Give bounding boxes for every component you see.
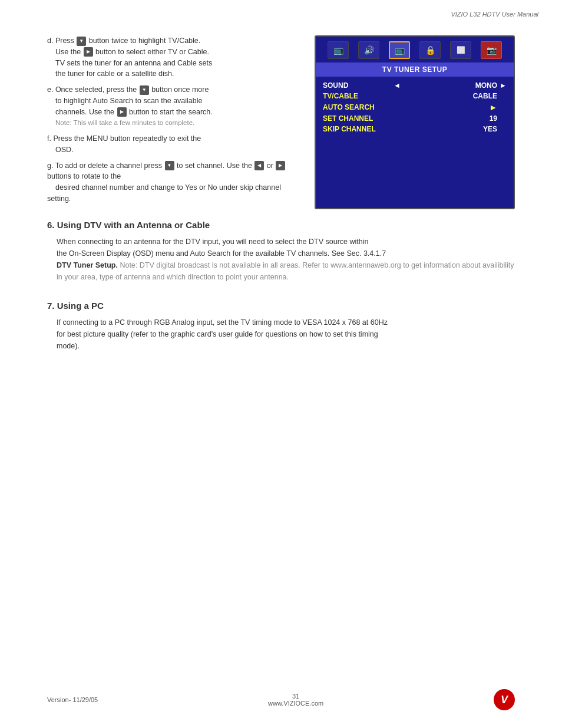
step-d-text2: Use the: [47, 48, 83, 56]
osd-camera-box: 📷: [481, 41, 502, 59]
osd-screenshot: 📺 🔊 📺 🔒 ⬜ �: [315, 35, 515, 209]
osd-icon-camera: 📷: [481, 41, 502, 59]
section-7-body3: mode).: [57, 342, 80, 350]
step-e-text2: to highlight Auto Search to scan the ava…: [47, 97, 202, 105]
osd-lock-box: 🔒: [419, 41, 441, 59]
osd-menu-area: SOUND ◄ MONO ► TV/CABLE CABLE AUTO SEARC…: [316, 77, 514, 141]
step-d-text3: button to select either TV or Cable.: [95, 48, 209, 56]
step-g-text4: buttons to rotate to the: [47, 172, 121, 180]
osd-setup-box: ⬜: [450, 41, 471, 59]
step-f-text: f. Press the MENU button repeatedly to e…: [47, 134, 201, 143]
vizio-logo: V: [494, 689, 515, 710]
osd-row-skipchannel: SKIP CHANNEL YES: [323, 125, 507, 133]
step-d-text1: button twice to highlight TV/Cable.: [89, 37, 200, 45]
osd-value-tvcable: CABLE: [450, 92, 497, 100]
step-e-text4: button to start the search.: [129, 108, 213, 116]
osd-arrow-left-sound: ◄: [394, 81, 403, 90]
osd-value-autosearch: ►: [450, 103, 497, 112]
footer-version: Version- 11/29/05: [47, 696, 98, 703]
section-7-body1: If connecting to a PC through RGB Analog…: [57, 318, 388, 327]
osd-tv-box: 📺: [389, 41, 410, 59]
section-6-body3-note: Note: DTV digital broadcast is not avail…: [57, 261, 514, 281]
step-g-text1: g. To add or delete a channel press: [47, 162, 164, 170]
osd-arrow-right-sound: ►: [497, 81, 507, 90]
osd-row-autosearch: AUTO SEARCH ►: [323, 103, 507, 112]
osd-row-sound: SOUND ◄ MONO ►: [323, 81, 507, 90]
step-f-text2: OSD.: [47, 146, 74, 154]
section-6-body3-bold: DTV Tuner Setup.: [57, 261, 118, 269]
right-arrow-icon-d: [84, 47, 93, 57]
osd-row-setchannel: SET CHANNEL 19: [323, 114, 507, 123]
section-6: 6. Using DTV with an Antenna or Cable Wh…: [47, 220, 515, 283]
step-d-label: d. Press: [47, 37, 76, 45]
down-arrow-icon-e: [140, 85, 149, 95]
footer-website: www.VIZIOCE.com: [268, 700, 323, 707]
osd-label-skipchannel: SKIP CHANNEL: [323, 125, 394, 133]
osd-value-sound: MONO: [450, 81, 497, 90]
section-7-body: If connecting to a PC through RGB Analog…: [57, 317, 515, 352]
step-e-text3: channels. Use the: [47, 108, 117, 116]
steps-list: d. Press button twice to highlight TV/Ca…: [47, 35, 297, 209]
osd-sound-box: 🔊: [358, 41, 379, 59]
step-f: f. Press the MENU button repeatedly to e…: [47, 133, 297, 156]
footer-center: 31 www.VIZIOCE.com: [268, 693, 323, 707]
step-e-note: Note: This will take a few minutes to co…: [55, 119, 194, 126]
right-arrow-icon-e: [117, 107, 127, 117]
step-e-text1: button once more: [151, 85, 209, 94]
step-d: d. Press button twice to highlight TV/Ca…: [47, 35, 297, 80]
osd-label-sound: SOUND: [323, 81, 394, 90]
section-6-title: 6. Using DTV with an Antenna or Cable: [47, 220, 515, 230]
osd-icon-input: 📺: [328, 41, 349, 59]
osd-icon-sound: 🔊: [358, 41, 379, 59]
page-footer: Version- 11/29/05 31 www.VIZIOCE.com V: [0, 689, 562, 710]
step-g-text3: or: [267, 162, 276, 170]
osd-title-text: TV TUNER SETUP: [382, 65, 447, 74]
right-arrow-icon-g: [276, 161, 285, 170]
logo-letter: V: [501, 694, 508, 706]
section-6-body1: When connecting to an antenna for the DT…: [57, 238, 368, 246]
page-header: VIZIO L32 HDTV User Manual: [451, 11, 538, 18]
osd-label-tvcable: TV/CABLE: [323, 92, 394, 100]
section-7-title: 7. Using a PC: [47, 301, 515, 311]
osd-icon-setup: ⬜: [450, 41, 471, 59]
section-7: 7. Using a PC If connecting to a PC thro…: [47, 301, 515, 352]
step-g-text2: to set channel. Use the: [177, 162, 254, 170]
steps-container: d. Press button twice to highlight TV/Ca…: [47, 35, 515, 209]
step-e: e. Once selected, press the button once …: [47, 84, 297, 129]
step-g-text5: desired channel number and change to Yes…: [47, 183, 281, 203]
step-g: g. To add or delete a channel press to s…: [47, 160, 297, 205]
step-e-label: e. Once selected, press the: [47, 85, 139, 94]
osd-title-bar: TV TUNER SETUP: [316, 62, 514, 77]
osd-value-setchannel: 19: [450, 114, 497, 123]
section-6-body: When connecting to an antenna for the DT…: [57, 236, 515, 283]
osd-top-icons: 📺 🔊 📺 🔒 ⬜ �: [316, 37, 514, 62]
down-arrow-icon-g: [165, 161, 174, 170]
step-d-text5: the tuner for cable or a satellite dish.: [47, 70, 174, 78]
step-d-text4: TV sets the tuner for an antenna and Cab…: [47, 59, 212, 67]
osd-value-skipchannel: YES: [450, 125, 497, 133]
manual-title: VIZIO L32 HDTV User Manual: [451, 11, 538, 18]
section-7-body2: for best picture quality (refer to the g…: [57, 330, 378, 338]
osd-row-tvcable: TV/CABLE CABLE: [323, 92, 507, 100]
section-6-body2: the On-Screen Display (OSD) menu and Aut…: [57, 249, 386, 258]
osd-label-autosearch: AUTO SEARCH: [323, 103, 394, 111]
osd-input-box: 📺: [328, 41, 349, 59]
osd-icon-tv: 📺: [389, 41, 410, 59]
down-arrow-icon-d1: [77, 37, 86, 46]
main-content: d. Press button twice to highlight TV/Ca…: [47, 35, 515, 352]
osd-label-setchannel: SET CHANNEL: [323, 114, 394, 123]
footer-page: 31: [268, 693, 323, 700]
left-arrow-icon-g: [254, 161, 264, 170]
osd-icon-lock: 🔒: [419, 41, 441, 59]
